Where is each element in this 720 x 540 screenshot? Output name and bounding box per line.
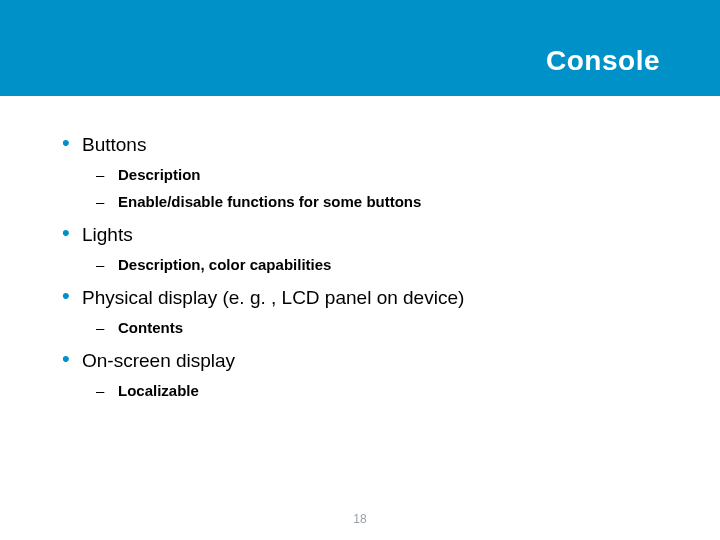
slide-header: Console [0, 0, 720, 96]
bullet-l1: Buttons [62, 134, 658, 156]
bullet-l2: Description [96, 166, 658, 183]
bullet-l2: Localizable [96, 382, 658, 399]
page-number: 18 [0, 512, 720, 526]
bullet-l1: Lights [62, 224, 658, 246]
slide-body: Buttons Description Enable/disable funct… [0, 96, 720, 399]
bullet-l2: Description, color capabilities [96, 256, 658, 273]
bullet-l1: On-screen display [62, 350, 658, 372]
bullet-l1: Physical display (e. g. , LCD panel on d… [62, 287, 658, 309]
slide-title: Console [546, 19, 660, 77]
bullet-l2: Enable/disable functions for some button… [96, 193, 658, 210]
bullet-l2: Contents [96, 319, 658, 336]
slide: Console Buttons Description Enable/disab… [0, 0, 720, 540]
